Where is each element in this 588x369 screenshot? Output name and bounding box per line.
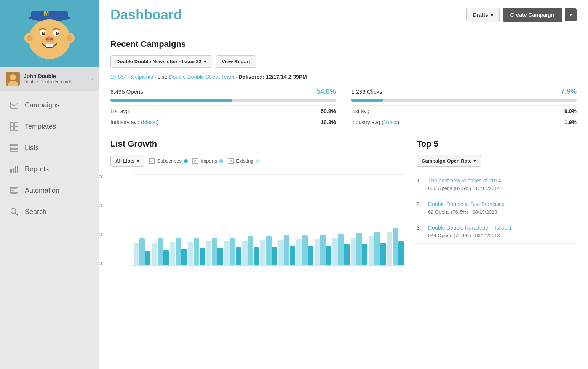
- svg-point-8: [27, 35, 33, 41]
- clicks-stat: 1,236 Clicks 7.9% List avg 9.0% Industry…: [351, 88, 577, 128]
- bar-group: [296, 235, 313, 265]
- open-rate-chevron-icon: ▾: [473, 158, 476, 164]
- y-label-20k: 20,000: [99, 203, 104, 208]
- top5-campaign-link[interactable]: Double Double Newsletter - Issue 1: [428, 225, 512, 231]
- list-growth-section: List Growth All Lists ▾ ✓ Subscribes ✓ I…: [110, 139, 405, 266]
- imports-checkbox[interactable]: ✓: [192, 158, 198, 164]
- bar-subscribes: [145, 251, 150, 265]
- search-icon: [9, 206, 19, 217]
- automation-icon: [9, 185, 19, 196]
- all-lists-button[interactable]: All Lists ▾: [110, 155, 144, 167]
- bar-existing: [260, 240, 265, 265]
- opens-list-avg-label: List avg: [110, 108, 129, 114]
- bar-group: [315, 235, 331, 265]
- bar-imports: [284, 235, 289, 265]
- drafts-button[interactable]: Drafts ▾: [466, 8, 499, 22]
- bar-subscribes: [380, 243, 385, 265]
- recent-campaigns-title: Recent Campaigns: [110, 39, 577, 49]
- bar-existing: [134, 243, 139, 265]
- legend-subscribes: ✓ Subscribes: [149, 158, 188, 164]
- clicks-bar-bg: [351, 99, 577, 102]
- delivered-text: Delivered: 12/17/14 2:39PM: [239, 74, 307, 80]
- user-company: Double Double Records: [24, 79, 91, 85]
- opens-industry-row: Industry avg (Music) 16.3%: [110, 117, 336, 128]
- stats-grid: 8,495 Opens 54.0% List avg 50.8% Industr…: [110, 88, 577, 128]
- sidebar-item-search[interactable]: Search: [0, 201, 99, 222]
- sidebar-item-templates-label: Templates: [25, 123, 56, 131]
- create-campaign-dropdown-button[interactable]: ▾: [565, 8, 577, 21]
- svg-point-15: [57, 32, 58, 34]
- top-actions: Drafts ▾ Create Campaign ▾: [466, 8, 577, 22]
- bar-subscribes: [217, 248, 223, 265]
- bar-group: [369, 232, 385, 265]
- opens-list-avg-row: List avg 50.8%: [110, 105, 336, 117]
- top5-item: 2. Double Double in San Francisco 62 Ope…: [417, 196, 577, 220]
- opens-list-avg-val: 50.8%: [321, 108, 336, 114]
- bar-imports: [194, 238, 199, 265]
- bar-group: [224, 238, 241, 265]
- recipients-link[interactable]: 15,854 Recipients: [110, 74, 153, 80]
- existing-label: Existing: [236, 158, 254, 164]
- bar-imports: [248, 236, 253, 265]
- bar-imports: [356, 233, 362, 265]
- bar-existing: [152, 243, 157, 265]
- bar-subscribes: [272, 247, 277, 265]
- bar-subscribes: [163, 250, 169, 265]
- opens-bar-bg: [110, 99, 336, 102]
- opens-industry-val: 16.3%: [321, 119, 336, 125]
- top5-num: 3.: [417, 225, 424, 239]
- opens-bar-fill: [110, 99, 232, 102]
- top5-campaign-link[interactable]: Double Double in San Francisco: [428, 201, 505, 207]
- svg-rect-32: [13, 168, 14, 173]
- list-link[interactable]: Double Double Street Team: [169, 74, 234, 80]
- top5-campaign-link[interactable]: The best new releases of 2014: [428, 177, 501, 184]
- user-profile[interactable]: John Double Double Double Records ›: [0, 67, 99, 91]
- top5-meta: 62 Opens (76.5%) · 08/19/2013: [428, 209, 497, 215]
- sidebar-item-campaigns[interactable]: Campaigns: [0, 94, 99, 116]
- top5-title: Top 5: [417, 139, 577, 149]
- sidebar-item-campaigns-label: Campaigns: [25, 101, 59, 109]
- bar-group: [332, 234, 349, 265]
- bar-existing: [278, 240, 284, 265]
- create-campaign-button[interactable]: Create Campaign: [503, 8, 562, 22]
- existing-dot: [256, 159, 260, 163]
- svg-text:M: M: [44, 10, 49, 17]
- existing-checkbox[interactable]: ✓: [228, 158, 234, 164]
- opens-industry-link[interactable]: Music: [143, 119, 157, 125]
- opens-pct: 54.0%: [316, 88, 336, 96]
- bar-imports: [338, 234, 344, 265]
- all-lists-label: All Lists: [115, 158, 135, 164]
- all-lists-chevron-icon: ▾: [137, 158, 139, 164]
- campaign-select-button[interactable]: Double Double Newsletter - Issue 32 ▾: [110, 55, 212, 68]
- svg-rect-24: [10, 123, 14, 126]
- sidebar-item-templates[interactable]: Templates: [0, 116, 99, 137]
- bar-existing: [170, 242, 175, 265]
- clicks-bar-fill: [351, 99, 383, 102]
- sidebar-item-automation[interactable]: Automation: [0, 180, 99, 201]
- clicks-pct: 7.9%: [561, 88, 577, 96]
- imports-label: Imports: [201, 158, 217, 164]
- sidebar-item-lists-label: Lists: [25, 144, 39, 152]
- bar-existing: [224, 241, 229, 265]
- bar-existing: [332, 238, 338, 265]
- clicks-industry-row: Industry avg (Music) 1.9%: [351, 117, 577, 128]
- sidebar-item-lists[interactable]: Lists: [0, 137, 99, 158]
- bar-subscribes: [326, 246, 331, 265]
- svg-point-14: [43, 32, 45, 34]
- legend-imports: ✓ Imports: [192, 158, 223, 164]
- top5-item: 1. The best new releases of 2014 650 Ope…: [417, 173, 577, 196]
- open-rate-button[interactable]: Campaign Open Rate ▾: [417, 155, 481, 167]
- bar-imports: [266, 236, 271, 265]
- bar-group: [206, 238, 223, 265]
- sidebar-item-reports[interactable]: Reports: [0, 158, 99, 180]
- view-report-button[interactable]: View Report: [216, 55, 256, 68]
- sidebar-item-automation-label: Automation: [25, 187, 59, 195]
- top5-controls: Campaign Open Rate ▾: [417, 155, 577, 167]
- clicks-industry-link[interactable]: Music: [383, 119, 398, 125]
- bar-imports: [230, 238, 235, 265]
- bar-imports: [139, 238, 145, 265]
- avatar: [6, 72, 20, 86]
- subscribes-checkbox[interactable]: ✓: [149, 158, 155, 164]
- chart-area: [132, 174, 405, 266]
- bar-subscribes: [200, 248, 205, 265]
